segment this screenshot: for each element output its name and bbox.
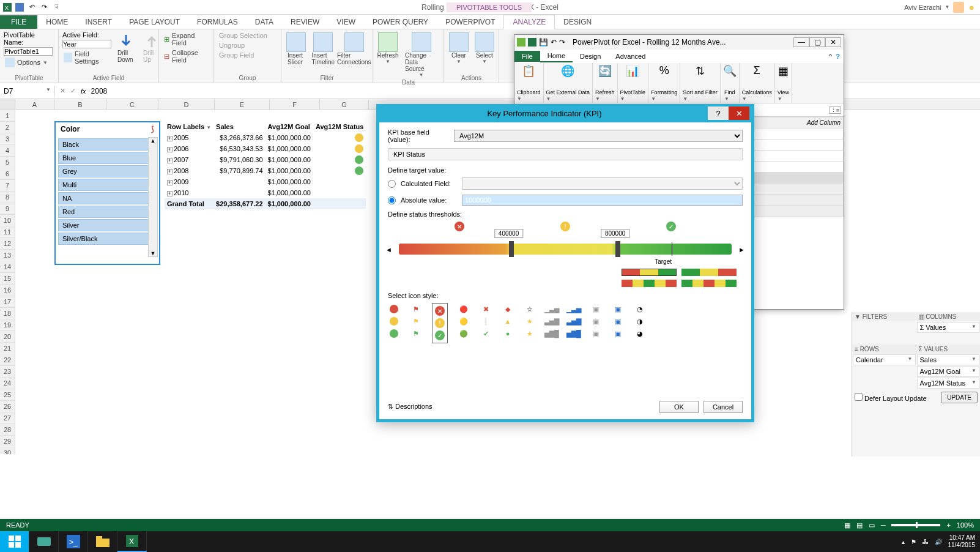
- pivottable-fields-pane[interactable]: ▼ FILTERS ▥ COLUMNS Σ Values▼ ≡ ROWS Cal…: [852, 312, 980, 457]
- row-header[interactable]: 18: [0, 308, 15, 319]
- fx-icon[interactable]: fx: [81, 88, 86, 95]
- row-header[interactable]: 5: [0, 157, 15, 168]
- select-all-corner[interactable]: [0, 99, 15, 110]
- collapse-ribbon-icon[interactable]: ^: [829, 53, 832, 60]
- row-header[interactable]: 23: [0, 366, 15, 378]
- absolute-value-radio[interactable]: [388, 196, 396, 204]
- pp-group-view[interactable]: ▦View▼: [775, 63, 792, 103]
- pivot-header[interactable]: Row Labels ▼: [165, 121, 213, 132]
- slicer-item[interactable]: NA: [58, 192, 157, 204]
- threshold1-label[interactable]: 400000: [494, 229, 523, 238]
- system-clock[interactable]: 10:47 AM 11/4/2015: [948, 534, 976, 549]
- fx-dropdown-icon[interactable]: ⋮≡: [829, 106, 841, 114]
- view-page-layout-icon[interactable]: ▤: [856, 521, 863, 529]
- row-header[interactable]: 16: [0, 285, 15, 296]
- expand-icon[interactable]: +: [167, 158, 173, 163]
- excel-taskbar-icon[interactable]: X: [117, 531, 147, 552]
- tab-view[interactable]: VIEW: [328, 15, 364, 29]
- row-header[interactable]: 9: [0, 203, 15, 215]
- tab-power-query[interactable]: POWER QUERY: [364, 15, 437, 29]
- icon-set-stars[interactable]: ☆★★: [524, 303, 536, 343]
- update-button[interactable]: UPDATE: [941, 392, 978, 403]
- minimize-button[interactable]: —: [793, 37, 809, 47]
- slicer-item[interactable]: Black: [58, 138, 157, 151]
- start-button[interactable]: [0, 531, 29, 552]
- absolute-value-input[interactable]: [462, 195, 743, 206]
- arrow-left-icon[interactable]: ◄: [385, 246, 392, 253]
- drill-down-button[interactable]: Drill Down: [115, 31, 137, 65]
- icon-set-pie[interactable]: ◔◑◕: [634, 303, 646, 343]
- filter-connections-button[interactable]: Filter Connections: [340, 31, 369, 67]
- col-header[interactable]: E: [215, 99, 270, 110]
- row-header[interactable]: 25: [0, 389, 15, 401]
- redo-mini-icon[interactable]: ↷: [559, 38, 565, 47]
- expand-icon[interactable]: +: [167, 147, 173, 152]
- tab-page-layout[interactable]: PAGE LAYOUT: [121, 15, 188, 29]
- pp-group-find[interactable]: 🔍Find▼: [721, 63, 740, 103]
- tab-home[interactable]: HOME: [37, 15, 76, 29]
- row-header[interactable]: 29: [0, 436, 15, 447]
- zoom-out-icon[interactable]: ─: [881, 521, 886, 529]
- icon-set-bars-color[interactable]: ▁▃▅▃▅▇▅▇█: [568, 303, 580, 343]
- pp-tab-file[interactable]: File: [514, 51, 540, 62]
- icon-set-traffic-black[interactable]: 🔴🟡🟢: [458, 303, 470, 343]
- row-header[interactable]: 12: [0, 238, 15, 250]
- pp-tab-design[interactable]: Design: [573, 51, 608, 62]
- icon-set-boxes-gray[interactable]: ▣▣▣: [590, 303, 602, 343]
- threshold2-label[interactable]: 800000: [601, 229, 629, 238]
- row-header[interactable]: 17: [0, 296, 15, 308]
- row-header[interactable]: 15: [0, 273, 15, 285]
- calculated-field-radio[interactable]: [388, 180, 396, 188]
- view-normal-icon[interactable]: ▦: [844, 521, 850, 529]
- options-button[interactable]: Options ▼: [4, 57, 49, 68]
- col-header[interactable]: G: [320, 99, 369, 110]
- pp-group-get-external-data[interactable]: 🌐Get External Data▼: [544, 63, 593, 103]
- field-settings-button[interactable]: Field Settings: [62, 50, 111, 65]
- change-data-source-button[interactable]: Change Data Source▼: [403, 31, 440, 79]
- pivot-row-label[interactable]: +2009: [165, 176, 213, 187]
- expand-field-button[interactable]: ⊞Expand Field: [163, 31, 210, 47]
- tab-formulas[interactable]: FORMULAS: [188, 15, 247, 29]
- row-header[interactable]: 22: [0, 354, 15, 366]
- row-header[interactable]: 11: [0, 226, 15, 238]
- insert-timeline-button[interactable]: Insert Timeline: [311, 31, 336, 67]
- avatar[interactable]: [953, 2, 964, 13]
- row-header[interactable]: 21: [0, 343, 15, 354]
- slicer-scrollbar[interactable]: ▲ ▼: [148, 137, 158, 257]
- kpi-status-tab[interactable]: KPI Status: [388, 148, 743, 160]
- pp-tab-advanced[interactable]: Advanced: [608, 51, 653, 62]
- icon-set-boxes-color[interactable]: ▣▣▣: [612, 303, 624, 343]
- pivot-row-label[interactable]: +2010: [165, 187, 213, 198]
- name-box[interactable]: D7▼: [0, 86, 55, 97]
- user-name[interactable]: Aviv Ezrachi: [904, 4, 941, 11]
- pp-group-sort-and-filter[interactable]: ⇅Sort and Filter▼: [680, 63, 721, 103]
- zoom-in-icon[interactable]: +: [946, 521, 950, 529]
- collapse-field-button[interactable]: ⊟Collapse Field: [163, 48, 210, 64]
- active-field-input[interactable]: [62, 40, 111, 48]
- row-header[interactable]: 6: [0, 168, 15, 180]
- dialog-close-button[interactable]: ✕: [729, 106, 749, 120]
- icon-set-circles[interactable]: [388, 303, 400, 343]
- ok-button[interactable]: OK: [659, 401, 699, 413]
- kpi-base-select[interactable]: Avg12M: [454, 130, 743, 142]
- pp-group-clipboard[interactable]: 📋Clipboard▼: [514, 63, 544, 103]
- close-button[interactable]: ✕: [825, 37, 841, 47]
- pivottable-name-input[interactable]: [4, 47, 53, 56]
- slicer-item[interactable]: Silver: [58, 219, 157, 231]
- tray-up-icon[interactable]: ▴: [902, 539, 905, 545]
- tray-volume-icon[interactable]: 🔊: [935, 539, 942, 545]
- values-item[interactable]: Avg12M Goal▼: [917, 366, 980, 377]
- col-header[interactable]: C: [106, 99, 158, 110]
- pp-group-refresh[interactable]: 🔄Refresh▼: [593, 63, 618, 103]
- zoom-slider[interactable]: [891, 524, 940, 526]
- icon-set-bars-gray[interactable]: ▁▃▅▃▅▇▅▇█: [546, 303, 558, 343]
- tab-review[interactable]: REVIEW: [282, 15, 328, 29]
- pivot-row-label[interactable]: +2008: [165, 165, 213, 176]
- file-explorer-icon[interactable]: [88, 531, 117, 552]
- pp-group-formatting[interactable]: %Formatting▼: [648, 63, 680, 103]
- row-header[interactable]: 30: [0, 447, 15, 454]
- server-manager-icon[interactable]: [29, 531, 59, 552]
- tab-powerpivot[interactable]: POWERPIVOT: [437, 15, 503, 29]
- save-mini-icon[interactable]: 💾: [539, 38, 548, 47]
- row-header[interactable]: 4: [0, 145, 15, 157]
